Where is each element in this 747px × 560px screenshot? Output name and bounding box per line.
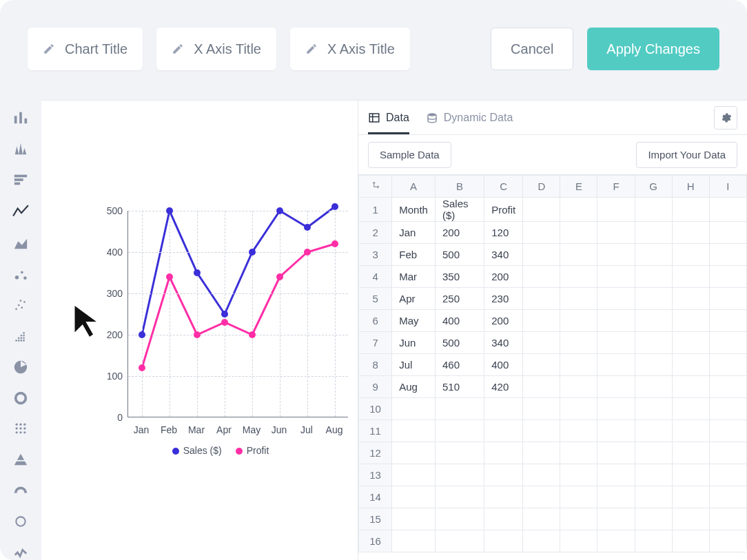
cell[interactable] <box>523 244 560 266</box>
cell[interactable] <box>484 442 523 464</box>
cell[interactable] <box>635 442 672 464</box>
histogram-icon[interactable] <box>10 141 31 157</box>
ring-icon[interactable] <box>10 513 31 529</box>
cell[interactable] <box>635 398 672 420</box>
pyramid-icon[interactable] <box>10 452 31 468</box>
cell[interactable] <box>435 420 484 442</box>
cell[interactable] <box>672 332 709 354</box>
cell[interactable] <box>560 288 597 310</box>
cell[interactable]: 350 <box>435 266 484 288</box>
cell[interactable] <box>560 354 597 376</box>
col-header[interactable]: G <box>635 176 672 198</box>
cell[interactable] <box>597 198 635 222</box>
row-header[interactable]: 16 <box>359 530 392 552</box>
x-axis-title-input[interactable]: X Axis Title <box>156 28 276 70</box>
row-header[interactable]: 10 <box>359 398 392 420</box>
cell[interactable] <box>635 310 672 332</box>
cell[interactable] <box>635 464 672 486</box>
settings-button[interactable] <box>714 106 737 129</box>
col-header[interactable]: I <box>709 176 746 198</box>
cell[interactable] <box>672 198 709 222</box>
cell[interactable] <box>560 420 597 442</box>
cell[interactable] <box>435 442 484 464</box>
corner-cell[interactable] <box>359 176 392 198</box>
cell[interactable]: 510 <box>435 376 484 398</box>
row-header[interactable]: 9 <box>359 376 392 398</box>
cell[interactable]: 500 <box>435 244 484 266</box>
cell[interactable] <box>597 244 635 266</box>
cell[interactable]: Profit <box>484 198 523 222</box>
cell[interactable] <box>523 420 560 442</box>
cell[interactable] <box>560 198 597 222</box>
row-header[interactable]: 14 <box>359 486 392 508</box>
cell[interactable] <box>523 354 560 376</box>
cell[interactable] <box>597 464 635 486</box>
cell[interactable] <box>709 442 746 464</box>
row-header[interactable]: 7 <box>359 332 392 354</box>
cell[interactable] <box>560 266 597 288</box>
cell[interactable] <box>635 332 672 354</box>
cell[interactable] <box>523 222 560 244</box>
scatter-icon[interactable] <box>10 298 31 313</box>
dot-plot-icon[interactable] <box>10 329 31 344</box>
cell[interactable]: 340 <box>484 244 523 266</box>
col-header[interactable]: C <box>484 176 523 198</box>
cell[interactable] <box>672 288 709 310</box>
cell[interactable] <box>484 464 523 486</box>
row-header[interactable]: 15 <box>359 508 392 530</box>
cell[interactable] <box>484 530 523 552</box>
row-header[interactable]: 3 <box>359 244 392 266</box>
col-header[interactable]: F <box>597 176 635 198</box>
col-header[interactable]: A <box>392 176 436 198</box>
cell[interactable] <box>560 310 597 332</box>
cell[interactable] <box>392 442 436 464</box>
cell[interactable] <box>392 508 436 530</box>
cell[interactable] <box>484 420 523 442</box>
cell[interactable] <box>672 464 709 486</box>
cell[interactable] <box>709 332 746 354</box>
cell[interactable] <box>560 486 597 508</box>
cell[interactable]: 500 <box>435 332 484 354</box>
cell[interactable] <box>560 332 597 354</box>
cell[interactable] <box>560 222 597 244</box>
cell[interactable] <box>523 332 560 354</box>
cell[interactable] <box>709 464 746 486</box>
cell[interactable] <box>597 442 635 464</box>
import-data-button[interactable]: Import Your Data <box>636 142 737 168</box>
cell[interactable] <box>635 354 672 376</box>
cell[interactable] <box>635 420 672 442</box>
col-header[interactable]: H <box>672 176 709 198</box>
spark-icon[interactable] <box>10 544 31 560</box>
cell[interactable] <box>484 398 523 420</box>
cell[interactable] <box>709 376 746 398</box>
cell[interactable]: Feb <box>392 244 436 266</box>
cell[interactable] <box>597 354 635 376</box>
cell[interactable] <box>709 310 746 332</box>
cell[interactable]: Jun <box>392 332 436 354</box>
cell[interactable]: 250 <box>435 288 484 310</box>
cell[interactable] <box>523 530 560 552</box>
row-header[interactable]: 11 <box>359 420 392 442</box>
cell[interactable] <box>709 288 746 310</box>
cell[interactable] <box>672 530 709 552</box>
cell[interactable]: 200 <box>484 310 523 332</box>
cell[interactable]: Aug <box>392 376 436 398</box>
cell[interactable] <box>635 376 672 398</box>
tab-dynamic-data[interactable]: Dynamic Data <box>426 101 513 134</box>
cell[interactable] <box>635 222 672 244</box>
cell[interactable] <box>635 508 672 530</box>
row-header[interactable]: 8 <box>359 354 392 376</box>
cell[interactable] <box>597 332 635 354</box>
cell[interactable] <box>672 486 709 508</box>
cell[interactable] <box>635 244 672 266</box>
donut-chart-icon[interactable] <box>10 390 31 406</box>
cell[interactable]: 420 <box>484 376 523 398</box>
cell[interactable]: 230 <box>484 288 523 310</box>
bubble-chart-icon[interactable] <box>10 267 31 282</box>
line-chart-icon[interactable] <box>10 203 31 220</box>
cell[interactable] <box>523 198 560 222</box>
cell[interactable] <box>523 508 560 530</box>
row-header[interactable]: 5 <box>359 288 392 310</box>
cell[interactable]: 340 <box>484 332 523 354</box>
cell[interactable] <box>435 398 484 420</box>
